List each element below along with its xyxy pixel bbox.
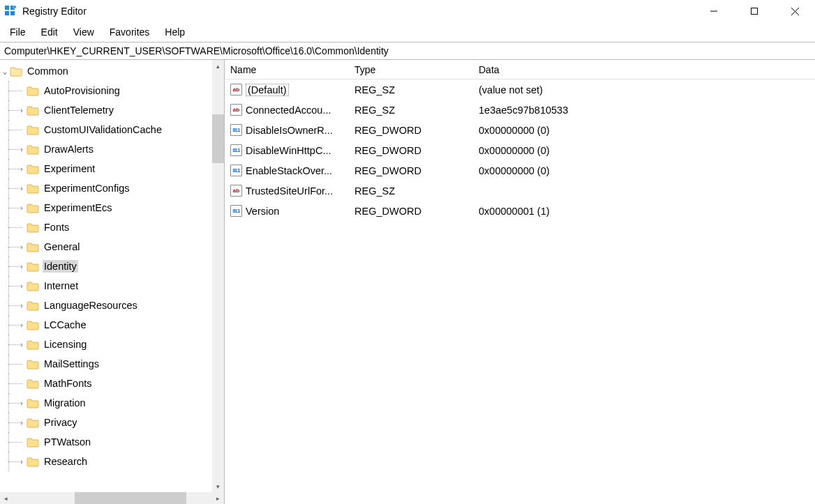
tree-item-label: LanguageResources <box>43 299 139 312</box>
tree-item-autoprovisioning[interactable]: AutoProvisioning <box>0 81 224 100</box>
tree-item-label: LCCache <box>43 319 87 331</box>
column-header-type[interactable]: Type <box>349 60 473 79</box>
maximize-button[interactable] <box>734 0 775 22</box>
svg-rect-3 <box>10 11 15 15</box>
scroll-up-icon[interactable]: ▴ <box>212 60 224 72</box>
minimize-button[interactable] <box>694 0 734 22</box>
menu-file[interactable]: File <box>3 24 33 40</box>
tree-item-label: Research <box>43 455 89 468</box>
tree-item-label: Privacy <box>43 416 79 429</box>
list-row[interactable]: DisableWinHttpC...REG_DWORD0x00000000 (0… <box>225 140 815 160</box>
app-icon <box>4 5 17 17</box>
value-type: REG_DWORD <box>349 125 473 136</box>
tree-item-drawalerts[interactable]: › DrawAlerts <box>0 139 224 159</box>
tree-item-licensing[interactable]: › Licensing <box>0 335 224 354</box>
tree-item-experimentecs[interactable]: › ExperimentEcs <box>0 198 224 217</box>
tree-item-label: General <box>43 240 82 253</box>
tree-item-label: MathFonts <box>43 377 94 390</box>
tree-item-research[interactable]: › Research <box>0 452 224 471</box>
folder-icon <box>27 125 39 135</box>
tree-item-experimentconfigs[interactable]: › ExperimentConfigs <box>0 178 224 198</box>
scroll-left-icon[interactable]: ◂ <box>0 492 12 504</box>
folder-icon <box>27 339 39 350</box>
tree-item-internet[interactable]: › Internet <box>0 276 224 296</box>
menu-favorites[interactable]: Favorites <box>103 24 157 40</box>
folder-icon <box>27 242 39 252</box>
scrollbar-thumb[interactable] <box>212 114 224 163</box>
tree[interactable]: ⌄ Common AutoProvisioning› ClientTelemet… <box>0 60 224 471</box>
tree-item-label: ExperimentEcs <box>43 201 114 214</box>
svg-rect-6 <box>752 8 758 15</box>
tree-item-label: CustomUIValidationCache <box>43 123 163 136</box>
tree-item-privacy[interactable]: › Privacy <box>0 413 224 432</box>
tree-item-experiment[interactable]: › Experiment <box>0 159 224 178</box>
folder-icon <box>27 144 39 155</box>
folder-icon <box>27 359 39 369</box>
tree-item-fonts[interactable]: Fonts <box>0 217 224 237</box>
folder-icon <box>27 105 39 116</box>
tree-item-clienttelemetry[interactable]: › ClientTelemetry <box>0 100 224 120</box>
list-row[interactable]: ConnectedAccou...REG_SZ1e3ae5c97b810533 <box>225 100 815 120</box>
value-type: REG_SZ <box>349 84 473 96</box>
tree-item-ptwatson[interactable]: PTWatson <box>0 432 224 452</box>
list-row[interactable]: EnableStackOver...REG_DWORD0x00000000 (0… <box>225 160 815 181</box>
menu-edit[interactable]: Edit <box>34 24 65 40</box>
value-name: Version <box>246 206 279 217</box>
value-name: (Default) <box>246 84 289 96</box>
tree-item-mathfonts[interactable]: MathFonts <box>0 374 224 393</box>
value-data: (value not set) <box>473 84 815 96</box>
tree-item-general[interactable]: › General <box>0 237 224 257</box>
column-header-data[interactable]: Data <box>473 60 815 79</box>
tree-item-common[interactable]: ⌄ Common <box>0 61 224 81</box>
list-row[interactable]: (Default)REG_SZ(value not set) <box>225 79 815 100</box>
list-row[interactable]: DisableIsOwnerR...REG_DWORD0x00000000 (0… <box>225 120 815 140</box>
tree-item-mailsettings[interactable]: MailSettings <box>0 354 224 374</box>
scroll-right-icon[interactable]: ▸ <box>212 492 224 504</box>
tree-item-label: Common <box>26 65 70 77</box>
tree-item-languageresources[interactable]: › LanguageResources <box>0 296 224 315</box>
value-name: DisableIsOwnerR... <box>246 125 333 136</box>
value-name: TrustedSiteUrlFor... <box>246 185 333 197</box>
list-row[interactable]: VersionREG_DWORD0x00000001 (1) <box>225 201 815 221</box>
tree-item-identity[interactable]: › Identity <box>0 257 224 276</box>
tree-item-customuivalidationcache[interactable]: CustomUIValidationCache <box>0 120 224 139</box>
scroll-down-icon[interactable]: ▾ <box>212 480 224 492</box>
folder-icon <box>27 222 39 233</box>
value-data: 1e3ae5c97b810533 <box>473 105 815 116</box>
tree-item-label: MailSettings <box>43 358 100 370</box>
address-bar[interactable]: Computer\HKEY_CURRENT_USER\SOFTWARE\Micr… <box>0 42 815 60</box>
hscrollbar-thumb[interactable] <box>75 492 186 504</box>
menu-help[interactable]: Help <box>158 24 192 40</box>
value-type: REG_SZ <box>349 185 473 197</box>
vertical-scrollbar[interactable]: ▴ ▾ <box>212 60 224 492</box>
tree-item-label: ClientTelemetry <box>43 104 115 116</box>
value-name: EnableStackOver... <box>246 165 332 176</box>
address-path: Computer\HKEY_CURRENT_USER\SOFTWARE\Micr… <box>4 45 389 56</box>
tree-item-lccache[interactable]: › LCCache <box>0 315 224 335</box>
close-button[interactable] <box>775 0 815 22</box>
folder-icon <box>27 418 39 428</box>
tree-item-label: AutoProvisioning <box>43 84 121 97</box>
menu-view[interactable]: View <box>66 24 101 40</box>
value-name: ConnectedAccou... <box>246 105 331 116</box>
tree-item-label: Licensing <box>43 338 88 351</box>
column-header-name[interactable]: Name <box>225 60 349 79</box>
horizontal-scrollbar[interactable]: ◂ ▸ <box>0 492 224 504</box>
dword-value-icon <box>230 165 242 176</box>
list-row[interactable]: TrustedSiteUrlFor...REG_SZ <box>225 181 815 201</box>
tree-item-label: Identity <box>43 260 78 273</box>
folder-icon <box>27 86 39 96</box>
value-data: 0x00000001 (1) <box>473 206 815 217</box>
window-controls <box>694 0 815 22</box>
value-data: 0x00000000 (0) <box>473 145 815 156</box>
string-value-icon <box>230 185 242 197</box>
folder-icon <box>27 457 39 467</box>
folder-icon <box>27 203 39 213</box>
chevron-down-icon[interactable]: ⌄ <box>0 67 10 76</box>
tree-pane: ⌄ Common AutoProvisioning› ClientTelemet… <box>0 60 225 504</box>
value-type: REG_DWORD <box>349 165 473 176</box>
tree-item-migration[interactable]: › Migration <box>0 393 224 413</box>
dword-value-icon <box>230 144 242 156</box>
value-name: DisableWinHttpC... <box>246 145 331 156</box>
folder-icon <box>27 398 39 408</box>
